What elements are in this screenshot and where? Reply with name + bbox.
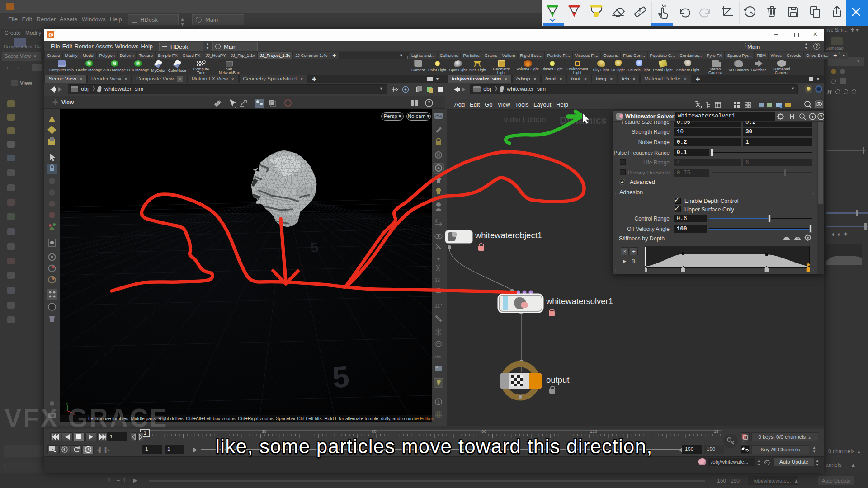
svg-text:60: 60 bbox=[372, 429, 377, 434]
svg-text:?: ? bbox=[820, 114, 822, 119]
svg-text:120: 120 bbox=[590, 429, 597, 434]
svg-text:12: 12 bbox=[435, 304, 440, 309]
svg-text:12: 12 bbox=[435, 277, 440, 282]
svg-text:↻: ↻ bbox=[796, 235, 800, 240]
svg-text:15: 15 bbox=[714, 429, 719, 434]
svg-text:abc: abc bbox=[434, 355, 441, 359]
svg-text:90: 90 bbox=[481, 429, 486, 434]
svg-text:5: 5 bbox=[331, 359, 351, 394]
svg-text:?: ? bbox=[428, 100, 430, 106]
svg-text:30: 30 bbox=[262, 429, 267, 434]
svg-text:i: i bbox=[438, 400, 439, 404]
